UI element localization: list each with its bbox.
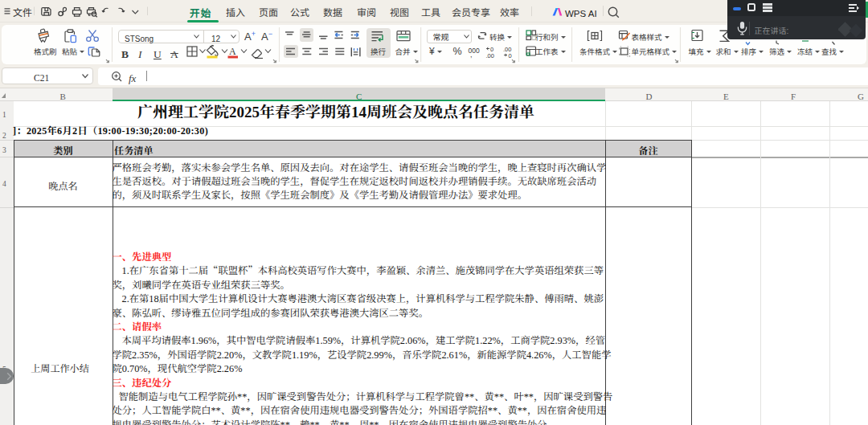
svg-text:.00: .00 [486, 52, 494, 59]
svg-text:A: A [229, 46, 236, 57]
svg-text:0: 0 [509, 52, 512, 59]
